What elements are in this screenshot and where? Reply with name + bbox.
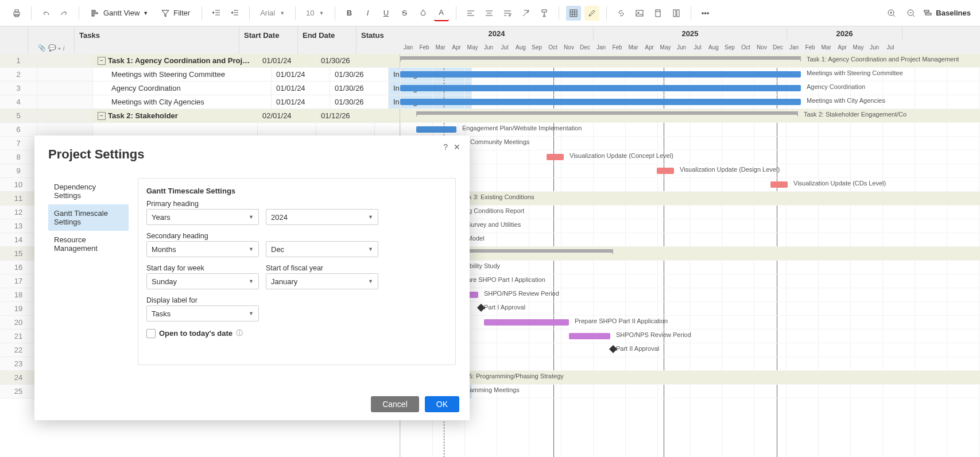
clear-format-icon[interactable] <box>518 6 533 21</box>
image-icon[interactable] <box>632 6 647 21</box>
primary-heading-year-select[interactable]: 2024▼ <box>266 209 378 225</box>
ok-button[interactable]: OK <box>425 396 459 412</box>
gantt-row[interactable]: Visualization Update (Design Level) <box>400 164 980 178</box>
gantt-bar[interactable] <box>416 111 798 115</box>
italic-icon[interactable]: I <box>361 6 375 21</box>
gantt-chart[interactable]: 202420252026 JanFebMarAprMayJunJulAugSep… <box>400 26 980 457</box>
print-icon[interactable] <box>9 6 24 21</box>
zoom-out-icon[interactable] <box>904 6 919 21</box>
end-date-cell[interactable]: 01/30/26 <box>330 82 389 95</box>
gantt-row[interactable]: Programming Meetings <box>400 385 980 398</box>
column-header-start[interactable]: Start Date <box>239 26 298 54</box>
collapse-icon[interactable]: − <box>98 57 106 65</box>
secondary-heading-select[interactable]: Months▼ <box>146 241 259 257</box>
undo-icon[interactable] <box>38 6 53 21</box>
gantt-bar[interactable] <box>484 319 569 326</box>
attach-icon[interactable] <box>650 6 665 21</box>
gantt-bar[interactable] <box>400 71 801 78</box>
gantt-bar[interactable] <box>400 85 801 91</box>
indent-icon[interactable] <box>227 6 242 21</box>
gantt-row[interactable]: Task 1: Agency Coordination and Project … <box>400 54 980 68</box>
task-cell[interactable]: −Task 2: Stakeholder <box>93 109 258 122</box>
task-cell[interactable] <box>93 123 258 136</box>
gantt-row[interactable]: Task 3: Existing Conditions <box>400 192 980 206</box>
redo-icon[interactable] <box>57 6 72 21</box>
gantt-bar[interactable] <box>547 154 564 160</box>
font-family-dropdown[interactable]: Arial▼ <box>257 6 288 20</box>
task-cell[interactable]: Meetings with City Agencies <box>93 95 272 109</box>
gantt-view-dropdown[interactable]: Gantt View ▼ <box>86 6 153 20</box>
info-icon[interactable]: ⓘ <box>236 328 243 338</box>
gantt-row[interactable]: Prepare SHPO Part I Application <box>400 274 980 288</box>
gantt-row[interactable]: Visualization Update (Concept Level) <box>400 150 980 164</box>
gantt-row[interactable]: Meetings with Steering Committee <box>400 68 980 82</box>
gantt-bar[interactable] <box>400 99 801 105</box>
gantt-row[interactable]: Agency Coordination <box>400 82 980 95</box>
gantt-row[interactable]: Meetings with City Agencies <box>400 95 980 109</box>
gantt-bar[interactable] <box>569 333 610 339</box>
end-date-cell[interactable]: 01/12/26 <box>316 109 375 122</box>
start-date-cell[interactable] <box>258 123 316 136</box>
fiscal-year-select[interactable]: January▼ <box>266 273 378 289</box>
columns-icon[interactable] <box>669 6 684 21</box>
cancel-button[interactable]: Cancel <box>371 396 419 412</box>
primary-heading-select[interactable]: Years▼ <box>146 209 259 225</box>
gantt-row[interactable] <box>400 247 980 261</box>
gantt-row[interactable]: xisting Conditions Report <box>400 206 980 219</box>
start-date-cell[interactable]: 01/01/24 <box>272 82 330 95</box>
table-row[interactable]: 5−Task 2: Stakeholder02/01/2401/12/26 <box>0 109 400 123</box>
gantt-row[interactable]: Feasibility Study <box>400 261 980 274</box>
align-middle-icon[interactable] <box>482 6 497 21</box>
gantt-row[interactable]: Visualization Update (CDs Level) <box>400 178 980 192</box>
task-cell[interactable]: Meetings with Steering Committee <box>93 68 272 81</box>
end-date-cell[interactable]: 01/30/26 <box>330 68 389 81</box>
help-icon[interactable]: ? <box>443 142 448 152</box>
end-date-cell[interactable]: 01/30/26 <box>316 54 375 67</box>
filter-button[interactable]: Filter <box>156 6 195 20</box>
highlight-icon[interactable] <box>584 6 599 21</box>
gantt-bar[interactable] <box>657 168 674 174</box>
table-row[interactable]: 2Meetings with Steering Committee01/01/2… <box>0 68 400 82</box>
sidebar-item-resource[interactable]: Resource Management <box>48 231 129 257</box>
column-header-tasks[interactable]: Tasks <box>75 26 239 54</box>
bold-icon[interactable]: B <box>342 6 357 21</box>
zoom-in-icon[interactable] <box>884 6 899 21</box>
gantt-row[interactable]: Task 2: Stakeholder Engagement/Co <box>400 109 980 123</box>
start-day-select[interactable]: Sunday▼ <box>146 273 259 289</box>
gantt-bar[interactable] <box>400 56 801 60</box>
table-row[interactable]: 6 <box>0 123 400 137</box>
text-color-icon[interactable]: A <box>434 5 449 21</box>
wrap-text-icon[interactable] <box>500 6 515 21</box>
outdent-icon[interactable] <box>209 6 224 21</box>
font-size-dropdown[interactable]: 10▼ <box>303 6 327 20</box>
close-icon[interactable]: ✕ <box>454 142 460 152</box>
table-row[interactable]: 1−Task 1: Agency Coordination and Projec… <box>0 54 400 68</box>
underline-icon[interactable]: U <box>379 6 394 21</box>
grid-shading-icon[interactable] <box>566 6 581 21</box>
sidebar-item-timescale[interactable]: Gantt Timescale Settings <box>48 204 129 231</box>
table-row[interactable]: 4Meetings with City Agencies01/01/2401/3… <box>0 95 400 109</box>
gantt-bar[interactable] <box>770 181 788 188</box>
gantt-row[interactable]: Engagement Plan/Website Implementation <box>400 123 980 137</box>
open-today-checkbox[interactable] <box>146 329 156 338</box>
start-date-cell[interactable]: 01/01/24 <box>272 68 330 81</box>
sidebar-item-dependency[interactable]: Dependency Settings <box>48 178 129 204</box>
start-date-cell[interactable]: 01/01/24 <box>272 95 330 109</box>
gantt-bar[interactable] <box>416 126 456 133</box>
strikethrough-icon[interactable]: S <box>397 6 412 21</box>
table-row[interactable]: 3Agency Coordination01/01/2401/30/26In P… <box>0 82 400 95</box>
gantt-row[interactable]: Part I Approval <box>400 302 980 316</box>
align-left-icon[interactable] <box>463 6 478 21</box>
display-label-select[interactable]: Tasks▼ <box>146 305 259 322</box>
secondary-heading-month-select[interactable]: Dec▼ <box>266 241 378 257</box>
baselines-button[interactable]: Baselines <box>923 9 971 18</box>
task-cell[interactable]: Agency Coordination <box>93 82 272 95</box>
fill-color-icon[interactable] <box>416 6 431 21</box>
more-icon[interactable]: ••• <box>698 6 713 21</box>
gantt-row[interactable]: Prepare SHPO Part II Application <box>400 316 980 330</box>
gantt-row[interactable]: SHPO/NPS Review Period <box>400 288 980 302</box>
gantt-row[interactable]: Site Survey and Utilities <box>400 219 980 233</box>
gantt-row[interactable]: SHPO/NPS Review Period <box>400 330 980 343</box>
gantt-row[interactable]: BIM Model <box>400 233 980 247</box>
end-date-cell[interactable] <box>316 123 375 136</box>
